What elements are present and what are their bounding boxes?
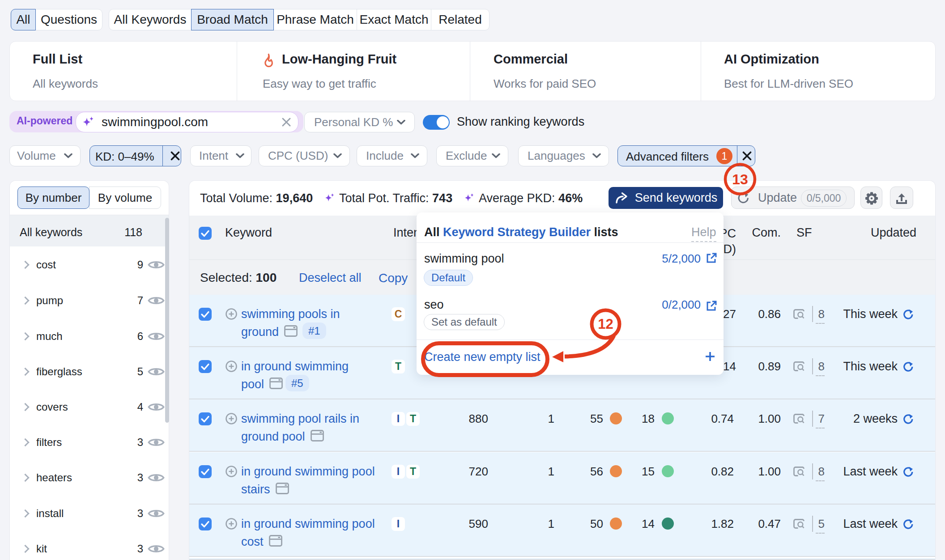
svg-text:13: 13: [732, 171, 748, 187]
svg-text:12: 12: [598, 316, 613, 332]
